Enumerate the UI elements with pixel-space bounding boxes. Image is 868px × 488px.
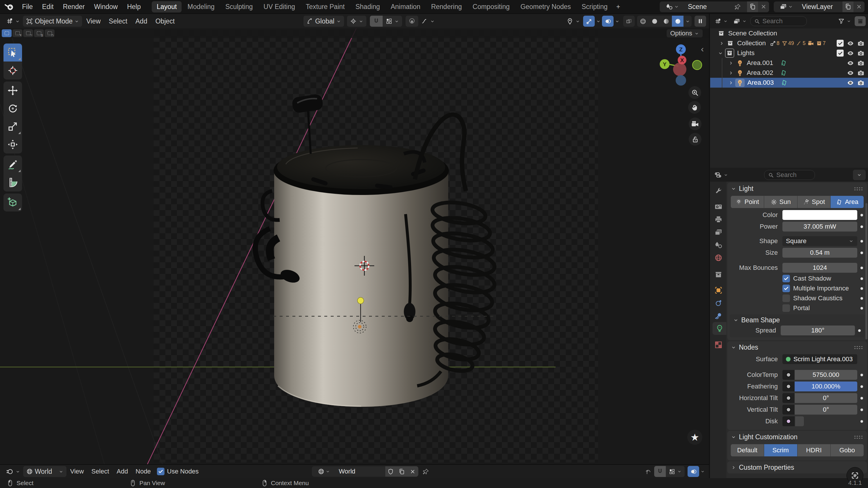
- hide-eye-icon[interactable]: [847, 40, 854, 47]
- menu-help[interactable]: Help: [122, 3, 145, 11]
- render-visibility-icon[interactable]: [857, 79, 865, 87]
- animate-dot[interactable]: [857, 267, 866, 269]
- properties-options-dropdown[interactable]: [853, 170, 866, 180]
- tool-select-box[interactable]: [3, 43, 22, 62]
- overlays-dropdown[interactable]: [614, 16, 621, 27]
- select-mode-subtract[interactable]: −: [23, 29, 33, 37]
- panel-light-header[interactable]: Light: [727, 182, 867, 195]
- show-overlays-toggle[interactable]: [602, 16, 614, 27]
- hide-eye-icon[interactable]: [847, 79, 854, 87]
- render-visibility-icon[interactable]: [857, 59, 865, 67]
- node-snap-toggle[interactable]: [654, 466, 666, 477]
- mode-dropdown[interactable]: Object Mode: [23, 16, 82, 27]
- gizmo-dropdown[interactable]: [595, 16, 602, 27]
- camera-view-button[interactable]: [689, 118, 702, 130]
- tab-compositing[interactable]: Compositing: [468, 1, 515, 12]
- tool-rotate[interactable]: [3, 99, 22, 118]
- snap-toggle[interactable]: [370, 16, 383, 27]
- viewlayer-browse-button[interactable]: [777, 1, 796, 12]
- light-type-point[interactable]: Point: [731, 196, 764, 208]
- animate-dot[interactable]: [857, 277, 866, 280]
- animate-dot[interactable]: [857, 408, 866, 411]
- tab-physics[interactable]: [710, 309, 726, 322]
- world-pin-button[interactable]: [420, 466, 432, 477]
- viewlayer-name[interactable]: ViewLayer: [799, 3, 842, 11]
- lights-exclude-checkbox[interactable]: [837, 50, 844, 57]
- tab-object[interactable]: [710, 284, 726, 297]
- lock-view-button[interactable]: [689, 133, 702, 146]
- spread-field[interactable]: 180°: [781, 326, 855, 335]
- shader-menu-select[interactable]: Select: [88, 468, 113, 475]
- shader-editor-type-button[interactable]: [3, 466, 23, 477]
- tab-modeling[interactable]: Modeling: [183, 1, 219, 12]
- tab-tool[interactable]: [710, 185, 726, 197]
- tab-texture[interactable]: [710, 338, 726, 351]
- vp-menu-add[interactable]: Add: [131, 18, 151, 25]
- menu-render[interactable]: Render: [58, 3, 89, 11]
- tab-texture-paint[interactable]: Texture Paint: [301, 1, 349, 12]
- customization-gobo[interactable]: Gobo: [831, 444, 864, 456]
- options-button[interactable]: Options: [666, 29, 703, 37]
- max-bounces-field[interactable]: 1024: [782, 263, 857, 273]
- tool-transform[interactable]: [3, 135, 22, 153]
- tab-output[interactable]: [710, 213, 726, 226]
- select-mode-intersect[interactable]: ∩: [45, 29, 55, 37]
- vp-menu-view[interactable]: View: [82, 18, 104, 25]
- panel-grip[interactable]: [854, 435, 864, 439]
- shader-menu-node[interactable]: Node: [132, 468, 155, 475]
- outliner-row-collection[interactable]: Collection 8 49 5 7: [710, 38, 868, 48]
- animate-dot[interactable]: [857, 214, 866, 216]
- tab-scene[interactable]: [710, 239, 726, 251]
- animate-dot[interactable]: [857, 374, 866, 376]
- color-swatch[interactable]: [782, 210, 857, 220]
- feathering-field[interactable]: 100.000%: [782, 382, 857, 391]
- properties-editor-type-button[interactable]: [713, 170, 730, 180]
- animate-dot[interactable]: [857, 251, 866, 254]
- viewlayer-delete-button[interactable]: [854, 1, 865, 12]
- shading-solid-button[interactable]: [649, 16, 660, 27]
- outliner-row-scene-collection[interactable]: Scene Collection: [710, 28, 868, 38]
- render-visibility-icon[interactable]: [857, 50, 865, 57]
- sidebar-collapse-arrow[interactable]: ‹: [701, 45, 704, 53]
- beam-shape-header[interactable]: Beam Shape: [730, 314, 865, 326]
- power-field[interactable]: 37.005 mW: [782, 222, 857, 232]
- world-fake-user-button[interactable]: [385, 466, 396, 477]
- surface-node-button[interactable]: Scrim Light Area.003: [782, 354, 857, 364]
- animate-dot[interactable]: [857, 297, 866, 300]
- tab-sculpting[interactable]: Sculpting: [220, 1, 258, 12]
- colortemp-field[interactable]: 5750.000: [782, 370, 857, 380]
- select-mode-extend[interactable]: +: [12, 29, 22, 37]
- tab-rendering[interactable]: Rendering: [426, 1, 467, 12]
- hide-eye-icon[interactable]: [847, 50, 854, 57]
- tool-add-cube[interactable]: [3, 193, 22, 212]
- customization-default[interactable]: Default: [731, 444, 764, 456]
- add-workspace-button[interactable]: +: [613, 1, 623, 12]
- world-browse-button[interactable]: [315, 466, 333, 477]
- tool-move[interactable]: [3, 82, 22, 99]
- shading-material-button[interactable]: [660, 16, 672, 27]
- panel-grip[interactable]: [854, 187, 864, 191]
- shading-rendered-button[interactable]: [672, 16, 683, 27]
- node-parent-button[interactable]: [643, 466, 654, 477]
- portal-checkbox[interactable]: [782, 304, 790, 312]
- panel-custom-properties-header[interactable]: Custom Properties: [727, 461, 867, 474]
- animate-dot[interactable]: [857, 225, 866, 228]
- pause-render-button[interactable]: [694, 16, 706, 27]
- scene-new-button[interactable]: [747, 1, 758, 12]
- light-type-area[interactable]: Area: [831, 196, 864, 208]
- new-collection-button[interactable]: [855, 16, 866, 26]
- scene-name[interactable]: Scene: [685, 3, 728, 11]
- xray-toggle[interactable]: [623, 16, 635, 27]
- world-new-button[interactable]: [396, 466, 407, 477]
- panel-nodes-header[interactable]: Nodes: [727, 341, 867, 354]
- render-visibility-icon[interactable]: [857, 69, 865, 77]
- light-type-sun[interactable]: Sun: [764, 196, 797, 208]
- snap-target-dropdown[interactable]: [383, 16, 402, 27]
- shadow-caustics-checkbox[interactable]: [782, 295, 790, 302]
- viewlayer-new-button[interactable]: [842, 1, 854, 12]
- size-field[interactable]: 0.54 m: [782, 248, 857, 257]
- tab-scripting[interactable]: Scripting: [577, 1, 612, 12]
- scene-delete-button[interactable]: [758, 1, 769, 12]
- proportional-editing-toggle[interactable]: [406, 16, 418, 27]
- blender-logo-icon[interactable]: [0, 1, 18, 12]
